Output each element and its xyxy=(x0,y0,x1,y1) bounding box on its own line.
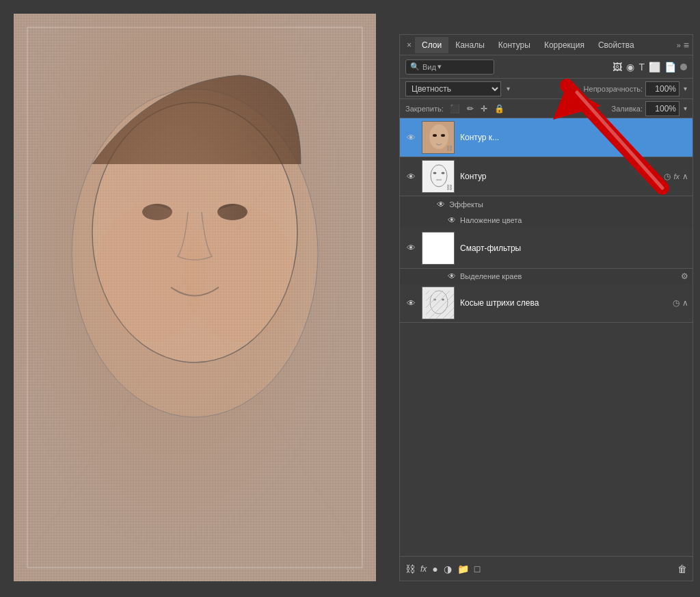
create-group-btn[interactable]: 📁 xyxy=(457,563,469,574)
lock-paint-btn[interactable]: ✏ xyxy=(465,103,476,114)
filter-image-icon[interactable]: 🖼 xyxy=(612,62,622,72)
layers-list: 👁 ⛓ Контур к... 👁 xyxy=(400,118,692,556)
new-layer-btn[interactable]: □ xyxy=(474,563,480,574)
layer-1-name: Контур к... xyxy=(460,133,688,142)
svg-point-16 xyxy=(433,172,437,174)
layers-panel: × Слои Каналы Контуры Коррекция Свойства… xyxy=(399,34,693,581)
bottom-toolbar: ⛓ fx ● ◑ 📁 □ 🗑 xyxy=(400,556,692,581)
svg-rect-19 xyxy=(422,233,455,265)
panel-collapse-btn[interactable]: » xyxy=(677,41,681,49)
fill-input[interactable] xyxy=(645,101,679,116)
panel-menu-icon[interactable]: ≡ xyxy=(684,40,689,51)
panel-tabs: × Слои Каналы Контуры Коррекция Свойства… xyxy=(400,35,692,55)
tab-layers[interactable]: Слои xyxy=(415,37,448,53)
svg-point-13 xyxy=(441,134,445,137)
svg-point-9 xyxy=(185,205,294,342)
smart-filters-visibility[interactable]: 👁 xyxy=(404,241,418,255)
eye-effects-icon[interactable]: 👁 xyxy=(437,200,445,209)
svg-point-11 xyxy=(429,124,448,149)
smart-filters-thumb xyxy=(422,232,455,265)
layer-2-expand-icon[interactable]: ∧ xyxy=(682,172,688,181)
color-overlay-label: Наложение цвета xyxy=(460,216,522,224)
layer-2-thumb: ⛓ xyxy=(422,160,455,193)
svg-rect-20 xyxy=(422,287,455,319)
tab-paths[interactable]: Контуры xyxy=(492,37,537,53)
edge-label: Выделение краев xyxy=(460,272,522,280)
layer-3-clock-icon: ◷ xyxy=(673,298,679,308)
lock-all-btn[interactable]: 🔒 xyxy=(492,103,507,114)
layer-row-3[interactable]: 👁 Косые ш xyxy=(400,284,692,323)
effects-row: 👁 Эффекты xyxy=(400,196,692,213)
layer-2-fx-icon: fx xyxy=(673,172,679,181)
blend-dropdown-arrow: ▾ xyxy=(507,85,510,92)
filter-shape-icon[interactable]: ⬜ xyxy=(649,62,660,72)
layer-3-icons-right: ◷ ∧ xyxy=(673,298,688,308)
smart-filters-info: Смарт-фильтры xyxy=(460,243,688,253)
filter-toggle-dot[interactable] xyxy=(680,64,687,70)
layer-2-icons-right: ◷ fx ∧ xyxy=(664,172,688,181)
fill-control: Заливка: ▾ xyxy=(612,101,687,116)
svg-point-12 xyxy=(433,134,437,137)
svg-point-17 xyxy=(442,172,445,174)
layer-search-box[interactable]: 🔍 Вид ▾ xyxy=(405,59,494,75)
panel-close-btn[interactable]: × xyxy=(403,40,415,50)
opacity-dropdown[interactable]: ▾ xyxy=(684,85,687,92)
eye-color-overlay-icon[interactable]: 👁 xyxy=(448,215,456,225)
lock-pixels-btn[interactable]: ⬛ xyxy=(448,103,462,114)
layer-3-visibility[interactable]: 👁 xyxy=(404,296,418,310)
link-layers-btn[interactable]: ⛓ xyxy=(405,563,415,574)
canvas-image xyxy=(14,14,376,581)
svg-rect-7 xyxy=(27,27,362,568)
layer-2-visibility[interactable]: 👁 xyxy=(404,170,418,183)
layer-1-thumb: ⛓ xyxy=(422,121,455,154)
layer-3-thumb xyxy=(422,287,455,319)
layer-2-name: Контур xyxy=(460,172,664,181)
layer-3-info: Косые штрихи слева xyxy=(460,298,673,308)
delete-layer-btn[interactable]: 🗑 xyxy=(677,563,687,574)
smart-filters-row[interactable]: 👁 Смарт-фильтры xyxy=(400,228,692,269)
layer-3-name: Косые штрихи слева xyxy=(460,298,673,308)
svg-line-5 xyxy=(14,14,376,581)
tab-properties[interactable]: Свойства xyxy=(591,37,641,53)
layer-2-info: Контур xyxy=(460,172,664,181)
filter-smartobj-icon[interactable]: 📄 xyxy=(664,62,676,72)
filter-toolbar: 🔍 Вид ▾ 🖼 ◉ T ⬜ 📄 xyxy=(400,55,692,79)
opacity-control: Непрозрачность: ▾ xyxy=(584,81,687,96)
svg-point-1 xyxy=(72,89,318,417)
fill-dropdown[interactable]: ▾ xyxy=(684,105,687,112)
blend-opacity-row: Цветность ▾ Непрозрачность: ▾ xyxy=(400,79,692,99)
opacity-input[interactable] xyxy=(645,81,679,96)
lock-label: Закрепить: xyxy=(405,105,444,113)
layer-3-expand-icon[interactable]: ∧ xyxy=(682,298,688,308)
add-style-btn[interactable]: fx xyxy=(420,564,427,574)
smart-filters-name: Смарт-фильтры xyxy=(460,243,688,253)
blend-mode-select[interactable]: Цветность xyxy=(405,81,501,96)
edge-row: 👁 Выделение краев ⚙ xyxy=(400,269,692,284)
edge-settings-icon[interactable]: ⚙ xyxy=(681,271,688,281)
layer-3-thumb-svg xyxy=(422,287,455,319)
lock-icons-group: ⬛ ✏ ✛ 🔒 xyxy=(448,103,507,114)
svg-line-6 xyxy=(14,14,376,581)
add-adjustment-btn[interactable]: ◑ xyxy=(444,563,452,574)
lock-fill-row: Закрепить: ⬛ ✏ ✛ 🔒 Заливка: ▾ xyxy=(400,99,692,118)
effects-label: Эффекты xyxy=(449,200,483,209)
lock-move-btn[interactable]: ✛ xyxy=(479,103,489,114)
layer-filter-icons: 🖼 ◉ T ⬜ 📄 xyxy=(612,62,687,72)
smart-filters-thumb-svg xyxy=(422,233,455,265)
filter-type-icon[interactable]: T xyxy=(638,62,645,72)
svg-rect-0 xyxy=(14,14,376,581)
layer-row-1[interactable]: 👁 ⛓ Контур к... xyxy=(400,118,692,157)
face-sketch-svg xyxy=(14,14,376,581)
svg-point-2 xyxy=(92,103,297,362)
filter-adjust-icon[interactable]: ◉ xyxy=(626,62,634,72)
search-label: Вид xyxy=(422,63,436,71)
canvas-area xyxy=(14,14,376,581)
layer-2-chain: ⛓ xyxy=(446,184,453,191)
add-mask-btn[interactable]: ● xyxy=(432,563,438,574)
opacity-label: Непрозрачность: xyxy=(584,85,643,93)
tab-corrections[interactable]: Коррекция xyxy=(537,37,591,53)
tab-channels[interactable]: Каналы xyxy=(448,37,492,53)
layer-row-2[interactable]: 👁 ⛓ Контур ◷ fx ∧ xyxy=(400,157,692,196)
layer-1-visibility[interactable]: 👁 xyxy=(404,131,418,144)
eye-edge-icon[interactable]: 👁 xyxy=(448,271,456,281)
